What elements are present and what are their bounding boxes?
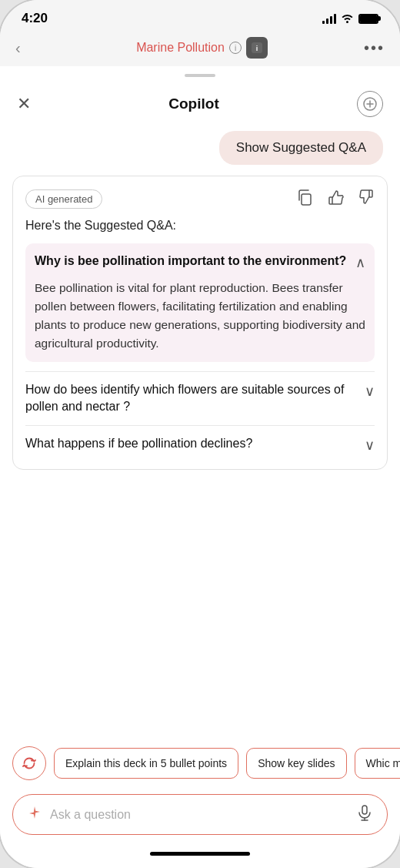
app-logo: i [246,37,268,59]
copilot-header: ✕ Copilot [0,80,400,125]
svg-text:i: i [256,45,258,52]
qa-item-2[interactable]: How do bees identify which flowers are s… [25,381,375,416]
qa-answer-1: Bee pollination is vital for plant repro… [35,279,365,353]
refresh-icon [22,756,37,771]
copilot-title: Copilot [168,96,218,112]
app-topbar: ‹ Marine Pollution i i ••• [0,31,400,66]
show-qa-bubble: Show Suggested Q&A [219,131,383,165]
svg-rect-7 [302,194,311,205]
app-title-area: Marine Pollution i i [136,37,268,59]
qa-question-3: What happens if bee pollination declines… [25,435,357,452]
ai-card-actions [296,189,375,209]
signal-icon [322,13,336,24]
new-chat-button[interactable] [357,91,383,117]
qa-chevron-1: ∧ [355,254,365,271]
chip-show-slides[interactable]: Show key slides [246,748,346,779]
qa-divider-1 [25,371,375,372]
ai-intro-text: Here's the Suggested Q&A: [25,219,375,233]
home-indicator [0,846,400,868]
more-options-button[interactable]: ••• [364,39,385,57]
qa-item-1[interactable]: Why is bee pollination important to the … [25,243,375,362]
suggestion-area: Show Suggested Q&A [0,125,400,176]
qa-question-2: How do bees identify which flowers are s… [25,381,357,416]
close-button[interactable]: ✕ [17,96,31,112]
qa-item-3[interactable]: What happens if bee pollination declines… [25,435,375,454]
ai-response-card: AI generated [12,176,388,470]
sparkle-icon [27,805,42,824]
status-time: 4:20 [22,11,48,26]
battery-icon [358,14,378,24]
drag-handle [185,74,215,77]
thumbs-down-button[interactable] [358,189,375,209]
wifi-icon [341,12,354,25]
phone-frame: 4:20 ‹ Marine Pollution i [0,0,400,868]
qa-question-row-1: Why is bee pollination important to the … [35,253,365,271]
status-icons [322,12,378,25]
home-bar [150,852,250,856]
ask-question-input-box[interactable]: Ask a question [12,794,388,835]
ask-question-placeholder: Ask a question [50,808,348,822]
new-chat-icon [363,97,377,111]
app-title-text: Marine Pollution [136,41,225,55]
status-bar: 4:20 [0,0,400,31]
qa-question-row-2: How do bees identify which flowers are s… [25,381,375,416]
svg-text:i: i [235,44,236,52]
refresh-button[interactable] [12,746,46,780]
qa-chevron-3: ∨ [365,437,375,454]
microphone-icon[interactable] [356,804,373,825]
qa-chevron-2: ∨ [365,383,375,400]
title-info-icon: i [229,42,242,54]
input-area: Ask a question [0,788,400,846]
copilot-panel: ✕ Copilot Show Suggested Q&A AI generate… [0,66,400,868]
content-area: AI generated [0,176,400,737]
qa-divider-2 [25,425,375,426]
chip-which-mari[interactable]: Whic mari [355,748,400,779]
svg-rect-8 [362,806,367,814]
bottom-suggestions-bar: Explain this deck in 5 bullet points Sho… [0,737,400,788]
ai-generated-badge: AI generated [25,189,102,209]
chip-explain-deck[interactable]: Explain this deck in 5 bullet points [54,748,238,779]
copy-button[interactable] [296,189,313,209]
qa-question-1: Why is bee pollination important to the … [35,253,348,270]
logo-icon: i [250,41,264,55]
back-button[interactable]: ‹ [15,39,40,57]
qa-question-row-3: What happens if bee pollination declines… [25,435,375,454]
thumbs-up-button[interactable] [327,189,344,209]
ai-card-header: AI generated [25,189,375,209]
